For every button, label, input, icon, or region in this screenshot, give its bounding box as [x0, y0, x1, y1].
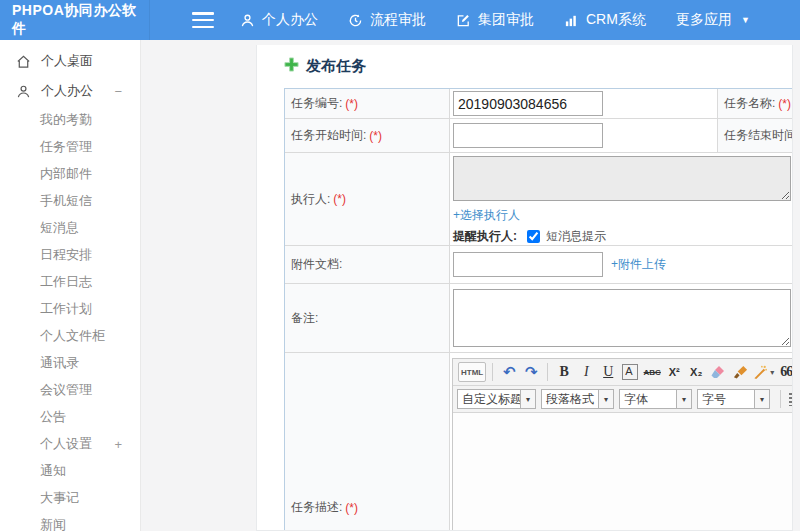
remind-option-label: 短消息提示 — [546, 228, 606, 245]
blockquote-button[interactable]: 66 — [776, 362, 793, 382]
redo-icon[interactable]: ↷ — [521, 362, 541, 382]
nav-group-approval[interactable]: 集团审批 — [456, 11, 534, 29]
sidebar-item-events[interactable]: 大事记 — [0, 484, 140, 511]
nav-personal-office[interactable]: 个人办公 — [240, 11, 318, 29]
sms-remind-checkbox[interactable] — [527, 230, 540, 243]
required-mark: (*) — [345, 501, 358, 515]
chart-icon — [564, 13, 579, 28]
attachment-label: 附件文档: — [285, 246, 450, 284]
sidebar-item-task-management[interactable]: 任务管理 — [0, 133, 140, 160]
select-executor-link[interactable]: +选择执行人 — [453, 207, 520, 224]
sidebar-item-meeting-management[interactable]: 会议管理 — [0, 376, 140, 403]
sidebar-item-personal-office[interactable]: 个人办公 − — [0, 76, 140, 106]
sidebar-item-news[interactable]: 新闻 — [0, 511, 140, 531]
sidebar-item-internal-mail[interactable]: 内部邮件 — [0, 160, 140, 187]
user-icon — [16, 84, 32, 99]
remark-label: 备注: — [285, 284, 450, 353]
executor-cell: +选择执行人 提醒执行人: 短消息提示 — [450, 153, 793, 246]
caret-down-icon[interactable]: ▾ — [521, 389, 536, 409]
caret-down-icon[interactable]: ▾ — [599, 389, 614, 409]
editor-toolbar-format: 自定义标题 ▾ 段落格式 ▾ 字体 ▾ — [453, 386, 793, 413]
top-nav: 个人办公 流程审批 集团审批 CRM系统 更多应用 — [240, 11, 780, 29]
task-name-label: 任务名称:(*) — [718, 89, 793, 119]
editor-toolbar-top: HTML ↶ ↷ B I U A ABC X² X₂ — [453, 359, 793, 386]
sidebar-item-personal-settings[interactable]: 个人设置 + — [0, 430, 140, 457]
plus-icon — [284, 57, 299, 76]
executor-label: 执行人:(*) — [285, 153, 450, 246]
nav-label: 流程审批 — [370, 11, 426, 29]
menu-toggle-icon[interactable] — [192, 12, 214, 28]
required-mark: (*) — [778, 97, 791, 111]
align-left-icon[interactable] — [787, 389, 793, 409]
nav-label: 集团审批 — [478, 11, 534, 29]
edit-icon — [456, 13, 471, 28]
editor-content-area[interactable] — [453, 413, 793, 531]
custom-title-select[interactable]: 自定义标题 ▾ — [457, 389, 536, 409]
description-cell: HTML ↶ ↷ B I U A ABC X² X₂ — [450, 353, 793, 531]
task-form: 任务编号:(*) 任务名称:(*) 任务开始时间:(*) 任务结束时间:(*) — [284, 88, 793, 531]
bold-button[interactable]: B — [554, 362, 574, 382]
sidebar-item-contacts[interactable]: 通讯录 — [0, 349, 140, 376]
italic-button[interactable]: I — [576, 362, 596, 382]
sidebar-item-label: 个人桌面 — [41, 52, 93, 70]
upload-attachment-link[interactable]: +附件上传 — [611, 256, 666, 273]
paragraph-format-select[interactable]: 段落格式 ▾ — [541, 389, 614, 409]
required-mark: (*) — [333, 192, 346, 206]
user-icon — [240, 13, 255, 28]
expand-icon[interactable]: + — [114, 436, 122, 451]
attachment-input[interactable] — [453, 252, 603, 277]
nav-crm-system[interactable]: CRM系统 — [564, 11, 646, 29]
remind-label: 提醒执行人: — [453, 228, 517, 245]
caret-down-icon[interactable]: ▾ — [677, 389, 692, 409]
top-bar: PHPOA协同办公软件 个人办公 流程审批 集团审批 — [0, 0, 800, 40]
app-window: PHPOA协同办公软件 个人办公 流程审批 集团审批 — [0, 0, 800, 531]
nav-more-apps[interactable]: 更多应用 ▼ — [676, 11, 750, 29]
task-no-label: 任务编号:(*) — [285, 89, 450, 119]
font-style-button[interactable]: A — [622, 364, 638, 380]
underline-button[interactable]: U — [598, 362, 618, 382]
eraser-icon[interactable] — [708, 362, 728, 382]
strikethrough-button[interactable]: ABC — [642, 362, 662, 382]
required-mark: (*) — [345, 97, 358, 111]
sidebar-item-work-plan[interactable]: 工作计划 — [0, 295, 140, 322]
font-family-select[interactable]: 字体 ▾ — [619, 389, 692, 409]
process-icon — [348, 13, 363, 28]
sidebar-item-my-attendance[interactable]: 我的考勤 — [0, 106, 140, 133]
nav-process-approval[interactable]: 流程审批 — [348, 11, 426, 29]
sidebar-item-schedule[interactable]: 日程安排 — [0, 241, 140, 268]
sidebar-item-personal-files[interactable]: 个人文件柜 — [0, 322, 140, 349]
caret-down-icon: ▾ — [770, 368, 774, 377]
start-time-input[interactable] — [453, 123, 603, 148]
rich-text-editor: HTML ↶ ↷ B I U A ABC X² X₂ — [452, 358, 793, 531]
sidebar-item-work-log[interactable]: 工作日志 — [0, 268, 140, 295]
remark-cell — [450, 284, 793, 353]
sidebar-item-short-message[interactable]: 短消息 — [0, 214, 140, 241]
sidebar-item-announcement[interactable]: 公告 — [0, 403, 140, 430]
html-source-button[interactable]: HTML — [458, 362, 486, 382]
form-panel: 发布任务 任务编号:(*) 任务名称:(*) 任务开始时间:(*) — [256, 45, 793, 531]
auto-typeset-wand-icon[interactable]: ▾ — [752, 362, 774, 382]
description-label: 任务描述:(*) — [285, 353, 450, 531]
brand-logo: PHPOA协同办公软件 — [0, 0, 150, 40]
remind-line: 提醒执行人: 短消息提示 — [453, 228, 606, 245]
superscript-button[interactable]: X² — [664, 362, 684, 382]
collapse-icon[interactable]: − — [114, 84, 122, 99]
sidebar-item-personal-desktop[interactable]: 个人桌面 — [0, 46, 140, 76]
font-size-select[interactable]: 字号 ▾ — [697, 389, 770, 409]
subscript-button[interactable]: X₂ — [686, 362, 706, 382]
sidebar: 个人桌面 个人办公 − 我的考勤 任务管理 内部邮件 手机短信 短消息 日程安排… — [0, 40, 141, 531]
sidebar-item-mobile-sms[interactable]: 手机短信 — [0, 187, 140, 214]
format-brush-icon[interactable] — [730, 362, 750, 382]
undo-icon[interactable]: ↶ — [499, 362, 519, 382]
sidebar-item-notice[interactable]: 通知 — [0, 457, 140, 484]
start-time-label: 任务开始时间:(*) — [285, 119, 450, 153]
attachment-cell: +附件上传 — [450, 246, 793, 284]
start-time-cell — [450, 119, 718, 153]
executor-textarea[interactable] — [453, 156, 791, 201]
main-area: 发布任务 任务编号:(*) 任务名称:(*) 任务开始时间:(*) — [142, 40, 800, 531]
remark-textarea[interactable] — [453, 289, 791, 347]
task-no-input[interactable] — [453, 91, 603, 116]
caret-down-icon[interactable]: ▾ — [755, 389, 770, 409]
nav-label: CRM系统 — [586, 11, 646, 29]
task-no-cell — [450, 89, 718, 119]
